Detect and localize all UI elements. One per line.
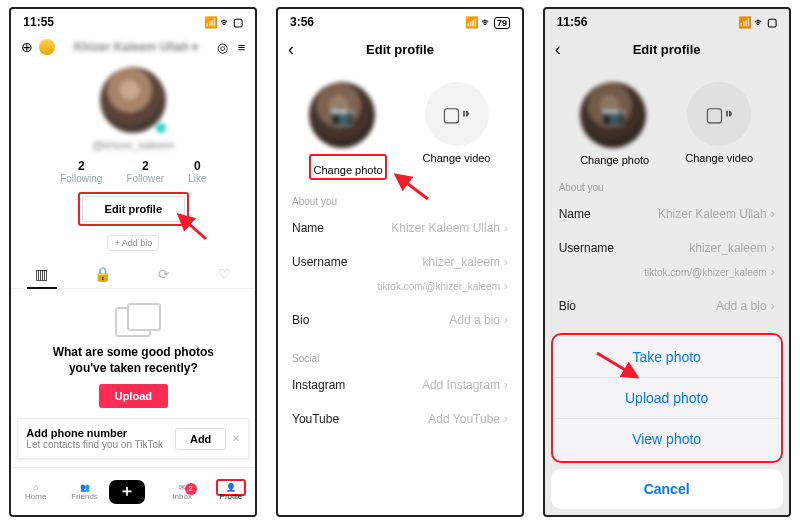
change-photo[interactable]: 📷 Change photo: [580, 82, 649, 166]
stat-following[interactable]: 2Following: [60, 159, 102, 184]
nav-profile[interactable]: 👤Profile: [207, 483, 256, 501]
tab-liked[interactable]: ♡: [194, 260, 255, 288]
status-icons: 📶ᯤ79: [463, 15, 510, 29]
row-username[interactable]: Usernamekhizer_kaleem›: [278, 245, 522, 279]
row-bio[interactable]: BioAdd a bio›: [545, 289, 789, 323]
edit-profile-button[interactable]: Edit profile: [82, 196, 185, 222]
tab-posts[interactable]: ▥: [11, 260, 72, 288]
nav-create[interactable]: ＋: [109, 480, 158, 504]
coin-icon[interactable]: [39, 39, 55, 55]
media-row: 📷 Change photo ▢⁍ Change video: [545, 82, 789, 166]
status-bar: 11:56 📶ᯤ▢: [545, 9, 789, 35]
row-profile-link[interactable]: tiktok.com/@khizer_kaleem›: [545, 265, 789, 289]
upload-prompt: What are some good photosyou've taken re…: [11, 307, 255, 408]
placeholder-icon: [115, 307, 151, 337]
video-icon: ▢⁍: [425, 82, 489, 146]
section-about: About you: [545, 166, 789, 197]
camera-icon: 📷: [580, 82, 646, 148]
screen-edit-profile: 3:56 📶ᯤ79 ‹ Edit profile 📷 Change photo …: [276, 7, 524, 517]
row-name[interactable]: NameKhizer Kaleem Ullah›: [278, 211, 522, 245]
action-view-photo[interactable]: View photo: [555, 419, 779, 459]
row-username[interactable]: Usernamekhizer_kaleem›: [545, 231, 789, 265]
row-youtube[interactable]: YouTubeAdd YouTube›: [278, 402, 522, 436]
row-bio[interactable]: BioAdd a bio›: [278, 303, 522, 337]
profile-name-dropdown[interactable]: Khizer Kaleem Ullah ▾: [55, 40, 216, 54]
status-icons: 📶ᯤ▢: [736, 15, 777, 29]
row-profile-link[interactable]: tiktok.com/@khizer_kaleem›: [278, 279, 522, 303]
status-bar: 3:56 📶ᯤ79: [278, 9, 522, 35]
section-about: About you: [278, 180, 522, 211]
section-social: Social: [278, 337, 522, 368]
status-icons: 📶ᯤ▢: [202, 15, 243, 29]
back-icon[interactable]: ‹: [555, 39, 575, 60]
profile-header: ⊕ Khizer Kaleem Ullah ▾ ◎ ≡: [11, 35, 255, 59]
camera-icon: 📷: [309, 82, 375, 148]
edit-header: ‹ Edit profile: [545, 35, 789, 64]
status-time: 3:56: [290, 15, 314, 29]
views-icon[interactable]: ◎: [217, 40, 228, 55]
status-bar: 11:55 📶ᯤ▢: [11, 9, 255, 35]
username-text: @khizer_kaleem: [11, 139, 255, 151]
media-row: 📷 Change photo ▢⁍ Change video: [278, 82, 522, 180]
row-name[interactable]: NameKhizer Kaleem Ullah›: [545, 197, 789, 231]
screen-action-sheet: 11:56 📶ᯤ▢ ‹ Edit profile 📷 Change photo …: [543, 7, 791, 517]
change-video[interactable]: ▢⁍ Change video: [423, 82, 491, 180]
stat-follower[interactable]: 2Follower: [126, 159, 164, 184]
action-upload-photo[interactable]: Upload photo: [555, 378, 779, 419]
row-instagram[interactable]: InstagramAdd Instagram›: [278, 368, 522, 402]
action-cancel[interactable]: Cancel: [551, 469, 783, 509]
stat-like[interactable]: 0Like: [188, 159, 206, 184]
page-title: Edit profile: [308, 42, 492, 57]
menu-icon[interactable]: ≡: [238, 40, 246, 55]
status-time: 11:56: [557, 15, 588, 29]
content-tabs: ▥ 🔒 ⟳ ♡: [11, 260, 255, 289]
change-photo[interactable]: 📷 Change photo: [309, 82, 386, 180]
video-icon: ▢⁍: [687, 82, 751, 146]
stats: 2Following 2Follower 0Like: [11, 159, 255, 184]
status-time: 11:55: [23, 15, 54, 29]
add-bio-button[interactable]: + Add bio: [107, 235, 159, 251]
page-title: Edit profile: [575, 42, 759, 57]
tab-locked[interactable]: 🔒: [72, 260, 133, 288]
action-take-photo[interactable]: Take photo: [555, 337, 779, 378]
screen-profile: 11:55 📶ᯤ▢ ⊕ Khizer Kaleem Ullah ▾ ◎ ≡ @k…: [9, 7, 257, 517]
upload-button[interactable]: Upload: [99, 384, 168, 408]
verified-badge: [154, 121, 168, 135]
banner-add-button[interactable]: Add: [175, 428, 226, 450]
add-phone-banner: Add phone numberLet contacts find you on…: [17, 418, 249, 459]
nav-home[interactable]: ⌂Home: [11, 483, 60, 501]
bottom-nav: ⌂Home 👥Friends ＋ ✉2Inbox 👤Profile: [11, 467, 255, 515]
nav-friends[interactable]: 👥Friends: [60, 483, 109, 501]
avatar[interactable]: [100, 67, 166, 133]
back-icon[interactable]: ‹: [288, 39, 308, 60]
action-sheet: Take photo Upload photo View photo Cance…: [551, 333, 783, 509]
banner-close-icon[interactable]: ✕: [232, 433, 240, 444]
tab-reposts[interactable]: ⟳: [133, 260, 194, 288]
nav-inbox[interactable]: ✉2Inbox: [158, 483, 207, 501]
edit-header: ‹ Edit profile: [278, 35, 522, 64]
add-account-icon[interactable]: ⊕: [21, 39, 33, 55]
change-video[interactable]: ▢⁍ Change video: [685, 82, 753, 166]
